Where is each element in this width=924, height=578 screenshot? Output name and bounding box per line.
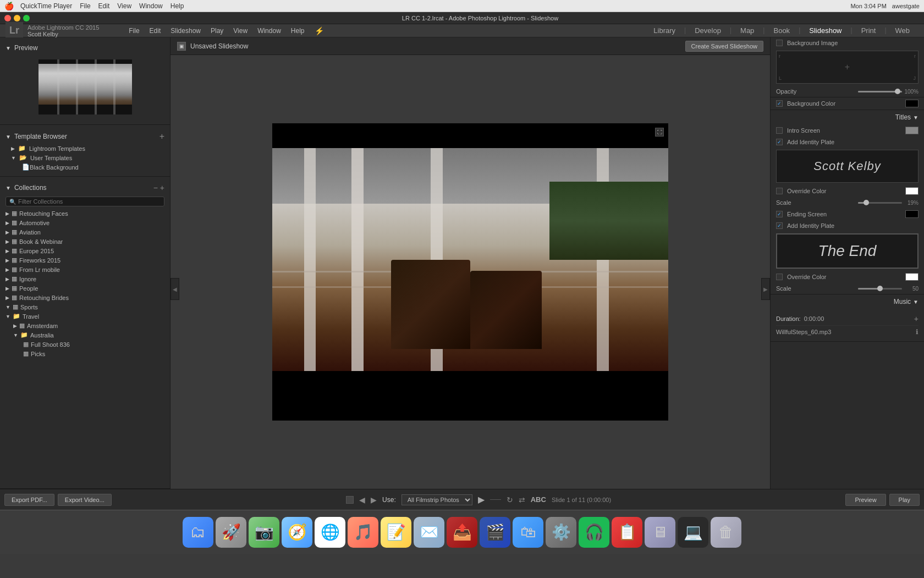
play-button[interactable]: Play — [889, 494, 920, 506]
override-color-ending-checkbox[interactable] — [776, 274, 783, 280]
slide-expand-button[interactable]: ⛶ — [655, 128, 664, 137]
user-templates-item[interactable]: ▼ 📂 User Templates — [0, 153, 170, 162]
list-item[interactable]: ▶ ▦ Fireworks 2015 — [0, 255, 170, 265]
background-color-swatch[interactable] — [905, 100, 919, 107]
mac-menu-view[interactable]: View — [117, 2, 131, 10]
mac-menu-file[interactable]: File — [80, 2, 90, 10]
list-item[interactable]: ▦ Picks — [0, 349, 170, 358]
list-item[interactable]: ▶ ▦ Amsterdam — [0, 321, 170, 330]
dock-trash[interactable]: 🗑 — [711, 517, 741, 548]
mac-menu-help[interactable]: Help — [170, 2, 184, 10]
background-image-dropzone[interactable]: r r + L J — [776, 51, 919, 84]
dock-finder2[interactable]: 🖥 — [645, 517, 675, 548]
background-image-checkbox[interactable] — [776, 40, 783, 46]
apple-icon[interactable]: 🍎 — [4, 2, 14, 10]
nav-develop[interactable]: Develop — [686, 23, 730, 38]
dock-quicktime[interactable]: 🎬 — [480, 517, 510, 548]
list-item[interactable]: ▶ ▦ Retouching Faces — [0, 209, 170, 218]
dock-spotify[interactable]: 🎧 — [579, 517, 609, 548]
left-panel-collapse-button[interactable]: ◀ — [170, 278, 179, 300]
dock-finder[interactable]: 🗂 — [183, 517, 213, 548]
dock-mail[interactable]: ✉️ — [414, 517, 444, 548]
nav-print[interactable]: Print — [853, 23, 885, 38]
minimize-button[interactable] — [14, 15, 20, 21]
list-item[interactable]: ▶ ▦ Book & Webinar — [0, 237, 170, 246]
close-button[interactable] — [4, 15, 11, 21]
black-background-item[interactable]: 📄 Black Background — [0, 162, 170, 172]
music-info-button[interactable]: ℹ — [916, 328, 919, 336]
list-item[interactable]: ▶ ▦ Automotive — [0, 218, 170, 227]
nav-map[interactable]: Map — [732, 23, 763, 38]
preview-header[interactable]: ▼ Preview — [0, 42, 170, 54]
lr-menu-window[interactable]: Window — [253, 26, 285, 36]
lr-menu-view[interactable]: View — [229, 26, 252, 36]
list-item[interactable]: ▦ Full Shoot 836 — [0, 340, 170, 349]
dock-terminal[interactable]: 💻 — [678, 517, 708, 548]
list-item[interactable]: ▶ ▦ People — [0, 283, 170, 293]
scale-ending-slider[interactable] — [858, 288, 902, 290]
loop-button[interactable]: ↻ — [507, 495, 513, 504]
ending-identity-plate-preview[interactable]: The End — [776, 233, 919, 269]
dock-notes[interactable]: 📝 — [381, 517, 411, 548]
intro-screen-checkbox-label[interactable]: Intro Screen — [776, 127, 820, 134]
list-item[interactable]: ▼ ▦ Sports — [0, 302, 170, 312]
intro-identity-plate-preview[interactable]: Scott Kelby — [776, 150, 919, 183]
dock-appstore[interactable]: 🛍 — [513, 517, 543, 548]
list-item[interactable]: ▶ ▦ Aviation — [0, 227, 170, 237]
background-image-checkbox-label[interactable]: Background Image — [776, 40, 838, 46]
next-slide-button[interactable]: ▶ — [371, 495, 377, 504]
dock-safari[interactable]: 🧭 — [282, 517, 312, 548]
list-item[interactable]: ▶ ▦ Ignore — [0, 274, 170, 283]
list-item[interactable]: ▼ 📁 Australia — [0, 330, 170, 340]
dock-itunes[interactable]: 🎵 — [348, 517, 378, 548]
lightroom-templates-item[interactable]: ▶ 📁 Lightroom Templates — [0, 144, 170, 153]
abc-label[interactable]: ABC — [531, 495, 546, 504]
lr-menu-play[interactable]: Play — [206, 26, 228, 36]
dock-photos[interactable]: 📷 — [249, 517, 279, 548]
add-identity-plate-intro-checkbox-label[interactable]: ✓ Add Identity Plate — [776, 139, 834, 145]
collection-search-bar[interactable]: 🔍 — [6, 197, 164, 206]
background-color-checkbox[interactable]: ✓ — [776, 100, 783, 107]
nav-library[interactable]: Library — [645, 23, 684, 38]
collections-header[interactable]: ▼ Collections − + — [0, 181, 170, 194]
nav-book[interactable]: Book — [765, 23, 799, 38]
override-color-intro-checkbox[interactable] — [776, 188, 783, 194]
collections-minus-button[interactable]: − — [153, 183, 158, 192]
background-color-checkbox-label[interactable]: ✓ Background Color — [776, 100, 835, 107]
template-browser-header[interactable]: ▼ Template Browser + — [0, 129, 170, 144]
lr-menu-file[interactable]: File — [124, 26, 144, 36]
list-item[interactable]: ▶ ▦ Retouching Brides — [0, 293, 170, 302]
ending-screen-color-swatch[interactable] — [905, 210, 919, 218]
dock-clipboard[interactable]: 📋 — [612, 517, 642, 548]
override-color-intro-swatch[interactable] — [905, 187, 919, 195]
collection-search-input[interactable] — [18, 198, 161, 205]
right-panel-collapse-button[interactable]: ▶ — [761, 278, 770, 300]
add-music-button[interactable]: + — [914, 314, 919, 323]
collections-plus-button[interactable]: + — [160, 183, 164, 192]
ending-screen-checkbox[interactable]: ✓ — [776, 211, 783, 217]
opacity-slider[interactable] — [858, 91, 902, 92]
mac-menu-window[interactable]: Window — [139, 2, 163, 10]
intro-screen-checkbox[interactable] — [776, 127, 783, 134]
lr-menu-help[interactable]: Help — [287, 26, 309, 36]
dock-launchpad[interactable]: 🚀 — [216, 517, 246, 548]
nav-web[interactable]: Web — [887, 23, 919, 38]
list-item[interactable]: ▼ 📁 Travel — [0, 312, 170, 321]
list-item[interactable]: ▶ ▦ From Lr mobile — [0, 265, 170, 274]
template-add-button[interactable]: + — [160, 132, 164, 141]
add-identity-plate-intro-checkbox[interactable]: ✓ — [776, 139, 783, 145]
music-header[interactable]: Music ▼ — [771, 295, 924, 309]
export-pdf-button[interactable]: Export PDF... — [4, 494, 54, 506]
dock-filezilla[interactable]: 📤 — [447, 517, 477, 548]
list-item[interactable]: ▶ ▦ Europe 2015 — [0, 246, 170, 255]
scale-ending-slider-thumb[interactable] — [877, 286, 883, 291]
scale-intro-slider[interactable] — [858, 202, 902, 204]
intro-screen-color-swatch[interactable] — [905, 127, 919, 134]
use-select[interactable]: All Filmstrip Photos — [402, 494, 472, 505]
scale-intro-slider-thumb[interactable] — [864, 200, 869, 205]
override-color-ending-swatch[interactable] — [905, 273, 919, 281]
override-color-intro-checkbox-label[interactable]: Override Color — [776, 188, 827, 194]
add-identity-plate-ending-checkbox[interactable]: ✓ — [776, 222, 783, 229]
random-button[interactable]: ⇄ — [519, 495, 525, 504]
mac-menu-quicktime[interactable]: QuickTime Player — [20, 2, 72, 10]
